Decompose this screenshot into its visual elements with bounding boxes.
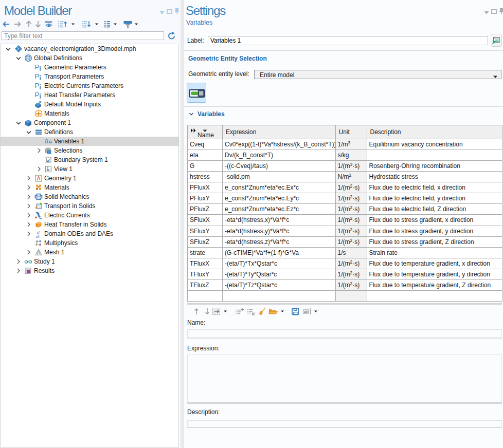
svg-text:dt: dt [36, 234, 40, 238]
svg-text:P: P [35, 91, 40, 99]
svg-text:a: a [45, 137, 49, 145]
svg-text:P: P [35, 72, 40, 80]
svg-text:P: P [35, 82, 40, 89]
svg-text:P: P [35, 63, 40, 71]
svg-text:ab: ab [304, 310, 308, 313]
